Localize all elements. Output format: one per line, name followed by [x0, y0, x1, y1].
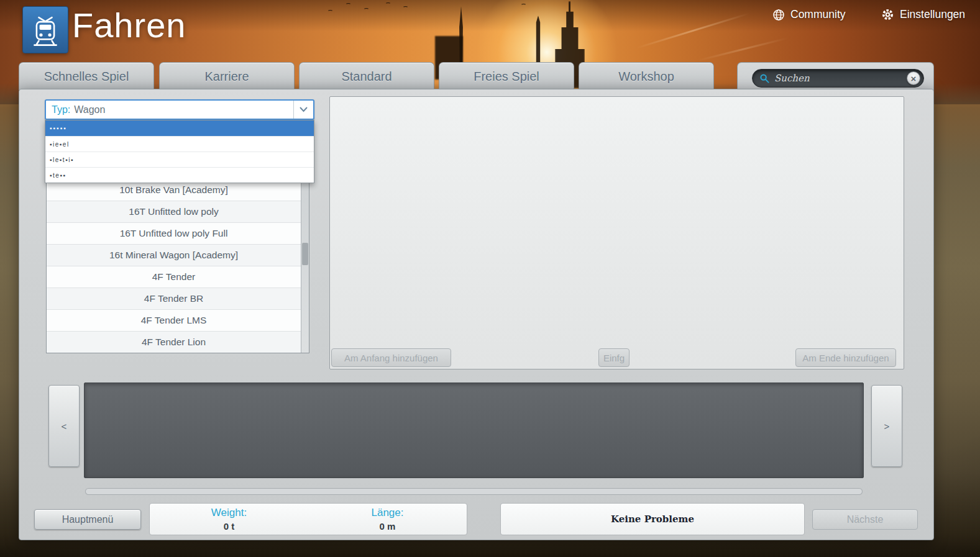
bird — [364, 8, 369, 11]
bird — [521, 4, 526, 7]
length-label: Länge: — [308, 507, 467, 519]
insert-button[interactable]: Einfg — [598, 348, 630, 367]
contrail — [636, 12, 750, 48]
search-placeholder: Suchen — [774, 73, 907, 84]
weight-label: Weight: — [150, 507, 308, 519]
train-preview-panel — [329, 96, 904, 369]
scroll-left-button[interactable]: < — [48, 385, 80, 467]
tab-freies-spiel[interactable]: Freies Spiel — [439, 62, 574, 90]
status-text: Keine Probleme — [611, 514, 694, 525]
settings-link[interactable]: Einstellungen — [881, 8, 965, 21]
type-dropdown-list: ▪▪▪▪▪ ▪ie▪el ▪le▪t▪i▪ ▪te▪▪ — [45, 120, 314, 183]
main-menu-button[interactable]: Hauptmenü — [34, 509, 141, 530]
tab-label: Schnelles Spiel — [44, 70, 129, 84]
tab-label: Karriere — [204, 70, 249, 84]
gear-icon — [881, 8, 894, 21]
length-value: 0 m — [308, 521, 467, 532]
composition-scrollbar[interactable] — [85, 488, 863, 495]
tab-label: Standard — [341, 70, 392, 84]
tab-standard[interactable]: Standard — [299, 62, 434, 90]
wagon-list-item[interactable]: 16T Unfitted low poly Full — [47, 223, 309, 245]
bird — [346, 3, 351, 6]
tab-workshop[interactable]: Workshop — [579, 62, 714, 90]
scrollbar-thumb[interactable] — [302, 243, 308, 265]
globe-icon — [772, 9, 785, 21]
contrail — [697, 37, 788, 61]
wagon-list-item[interactable]: 16t Mineral Wagon [Academy] — [47, 245, 309, 266]
composition-scrollbar-thumb[interactable] — [86, 489, 862, 494]
type-dropdown-prefix: Typ: — [52, 104, 70, 115]
settings-label: Einstellungen — [900, 8, 965, 21]
wagon-list-item[interactable]: 4F Tender LMS — [47, 310, 309, 332]
wagon-list-scrollbar[interactable] — [301, 179, 309, 353]
search-clear-button[interactable]: × — [907, 71, 920, 85]
community-label: Community — [790, 8, 846, 21]
tab-label: Freies Spiel — [474, 70, 539, 84]
type-dropdown-value: Wagon — [74, 104, 293, 115]
wagon-list: 10t Brake Van [Academy] 16T Unfitted low… — [46, 179, 309, 353]
add-to-end-button[interactable]: Am Ende hinzufügen — [795, 348, 896, 367]
length-stat: Länge: 0 m — [308, 504, 467, 535]
bird — [385, 2, 391, 6]
community-link[interactable]: Community — [772, 8, 846, 21]
train-composition-strip — [84, 383, 864, 478]
dropdown-option[interactable]: ▪le▪t▪i▪ — [45, 152, 314, 167]
dropdown-option[interactable]: ▪ie▪el — [45, 136, 314, 152]
train-icon — [29, 13, 62, 47]
app-logo — [22, 6, 68, 53]
train-stats-panel: Weight: 0 t Länge: 0 m — [149, 503, 467, 535]
status-panel: Keine Probleme — [500, 503, 805, 535]
scroll-right-button[interactable]: > — [871, 385, 902, 467]
bird — [403, 6, 408, 9]
weight-stat: Weight: 0 t — [150, 504, 308, 535]
wagon-list-item[interactable]: 4F Tender Lion — [47, 332, 309, 353]
next-button[interactable]: Nächste — [812, 509, 918, 530]
wagon-list-item[interactable]: 4F Tender — [47, 266, 309, 288]
chevron-down-icon — [293, 101, 313, 119]
weight-value: 0 t — [150, 521, 308, 532]
add-to-start-button[interactable]: Am Anfang hinzufügen — [331, 348, 451, 367]
bird — [327, 10, 333, 13]
wagon-list-item[interactable]: 16T Unfitted low poly — [47, 201, 309, 223]
search-icon — [760, 74, 769, 83]
tab-karriere[interactable]: Karriere — [159, 62, 295, 90]
search-input[interactable]: Suchen × — [752, 69, 924, 88]
wagon-list-item[interactable]: 4F Tender BR — [47, 288, 309, 310]
page-title: Fahren — [72, 5, 186, 45]
app-window: Fahren Community Einstellungen Schnelles… — [0, 0, 980, 557]
dropdown-option[interactable]: ▪te▪▪ — [45, 167, 314, 183]
type-dropdown[interactable]: Typ: Wagon — [45, 99, 314, 120]
dropdown-option[interactable]: ▪▪▪▪▪ — [45, 120, 314, 136]
tab-schnelles-spiel[interactable]: Schnelles Spiel — [19, 62, 154, 90]
tab-label: Workshop — [618, 70, 674, 84]
